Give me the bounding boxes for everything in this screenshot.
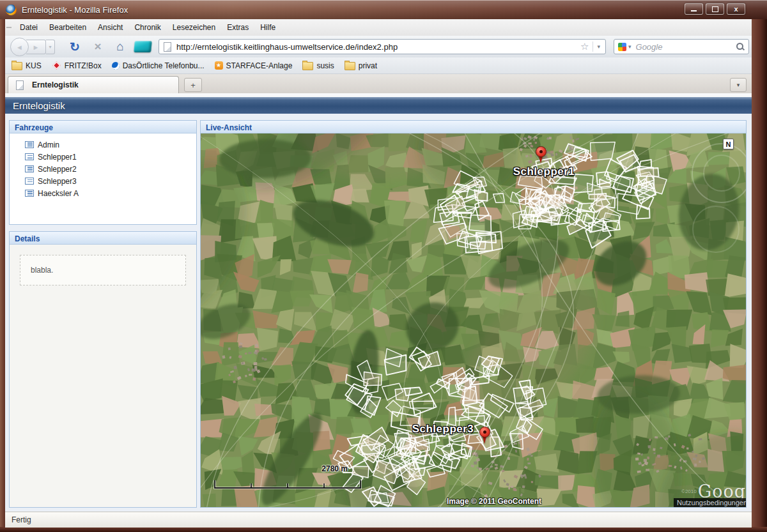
dasoertliche-icon [111,61,120,70]
star-icon: ★ [216,63,221,68]
folder-icon [302,62,313,70]
vehicle-item-schlepper2[interactable]: Schlepper2 [25,163,196,175]
menu-chronik[interactable]: Chronik [128,20,166,34]
forward-button[interactable]: ► [26,40,46,54]
bookmark-dasoertliche[interactable]: DasÖrtliche Telefonbu... [112,61,205,70]
menu-hilfe[interactable]: Hilfe [254,20,281,34]
search-engine-dropdown[interactable]: ▾ [626,43,635,50]
chevron-down-icon: ▾ [49,44,51,50]
stop-button[interactable]: × [89,40,106,54]
pin-dot [539,150,543,153]
compass-north-button[interactable]: N [723,139,734,149]
marker-label-schlepper3: Schlepper3 [412,423,474,436]
tab-erntelogistik[interactable]: Erntelogistik [8,76,179,93]
vehicle-list: Admin Schlepper1 Schlepper2 Schlepper3 H… [10,133,196,199]
folder-icon [12,62,22,70]
back-button[interactable]: ◄ [10,38,29,56]
bookmark-label: DasÖrtliche Telefonbu... [123,61,205,70]
list-all-tabs-button[interactable]: ▾ [730,78,747,92]
map-pin-schlepper1[interactable] [535,146,546,164]
vehicle-item-schlepper3[interactable]: Schlepper3 [25,175,196,187]
map-panel-title: Live-Ansicht [201,121,746,133]
fritzbox-icon [52,61,61,70]
chevron-down-icon: ▾ [737,82,740,88]
tab-label: Erntelogistik [32,80,79,89]
vehicle-label: Schlepper1 [38,153,77,162]
bookmark-label: FRITZ!Box [65,61,102,70]
close-icon: x [734,6,738,12]
menu-extras[interactable]: Extras [221,20,254,34]
vehicle-icon [25,190,34,197]
bookmark-privat[interactable]: privat [345,61,377,70]
tab-favicon [16,80,24,90]
history-dropdown-button[interactable]: ▾ [46,40,55,54]
google-icon[interactable] [618,43,626,51]
firefox-icon [6,4,17,15]
window-title: Erntelogistik - Mozilla Firefox [22,5,128,15]
search-input[interactable] [635,42,736,52]
menu-grip [6,27,12,28]
new-tab-button[interactable]: + [184,78,202,92]
menu-bearbeiten[interactable]: Bearbeiten [43,20,92,34]
location-bar[interactable]: ☆ ▾ [159,39,606,54]
satellite-imagery[interactable] [201,133,746,507]
back-icon: ◄ [16,43,23,51]
extension-button[interactable] [134,41,152,52]
bookmark-fritzbox[interactable]: FRITZ!Box [52,61,102,70]
page-title: Erntelogistik [13,100,65,111]
maximize-button[interactable] [706,3,724,15]
plus-icon: + [190,80,196,90]
terms-link[interactable]: Nutzungsbedingungen [674,498,746,507]
menu-bar: Datei Bearbeiten Ansicht Chronik Lesezei… [5,19,752,36]
stop-icon: × [94,40,101,54]
close-button[interactable]: x [727,3,745,15]
map-scale: 2780 m [213,464,362,491]
divider [593,42,593,52]
google-copyright: ©2010 [681,489,697,494]
vehicle-label: Haecksler A [38,189,79,198]
map-pin-schlepper3[interactable] [479,427,490,445]
home-button[interactable]: ⌂ [112,40,128,54]
vehicle-icon [25,153,34,160]
minimize-button[interactable] [685,3,703,15]
scale-bar [213,478,362,490]
vehicle-icon [25,141,34,148]
map-attribution: Image © 2011 GeoContent [424,497,564,506]
pin-dot [483,430,486,434]
satellite-map[interactable]: Schlepper1 Schlepper3 N 2780 m [201,133,746,507]
window-titlebar[interactable]: Erntelogistik - Mozilla Firefox x [0,0,767,19]
bookmark-kus[interactable]: KUS [12,61,42,70]
bookmark-label: STARFACE-Anlage [226,61,293,70]
bookmark-label: susis [316,61,334,70]
page-body: Fahrzeuge Admin Schlepper1 Schlepper2 Sc… [5,114,752,512]
vehicle-item-admin[interactable]: Admin [25,139,196,151]
menu-datei[interactable]: Datei [14,20,43,34]
page-header: Erntelogistik [5,97,752,114]
search-icon[interactable] [736,42,745,51]
vehicle-item-haecksler-a[interactable]: Haecksler A [25,187,196,199]
vehicle-item-schlepper1[interactable]: Schlepper1 [25,151,196,163]
bookmark-starface[interactable]: ★ STARFACE-Anlage [215,61,293,70]
status-text: Fertig [12,515,31,524]
url-dropdown-button[interactable]: ▾ [594,43,603,50]
bookmark-star-icon[interactable]: ☆ [580,41,589,52]
menu-ansicht[interactable]: Ansicht [92,20,128,34]
menu-lesezeichen[interactable]: Lesezeichen [167,20,221,34]
status-bar: Fertig [5,512,752,528]
window-border-bottom [0,527,767,532]
url-input[interactable] [175,42,578,52]
bookmark-label: privat [359,61,377,70]
vehicles-panel-title: Fahrzeuge [10,121,196,133]
vehicles-panel: Fahrzeuge Admin Schlepper1 Schlepper2 Sc… [9,120,197,225]
tab-strip: Erntelogistik + ▾ [5,74,752,93]
navigation-toolbar: ◄ ► ▾ ↻ × ⌂ ☆ ▾ ▾ [5,36,752,58]
home-icon: ⌂ [116,40,123,54]
details-panel: Details blabla. [9,231,197,508]
window-border-left [0,19,5,527]
search-bar[interactable]: ▾ [614,39,749,54]
map-panel: Live-Ansicht Schlepper1 Schlepper3 N [200,120,747,508]
page-favicon [164,42,171,52]
bookmark-susis[interactable]: susis [302,61,334,70]
reload-button[interactable]: ↻ [66,40,83,54]
window-border-right [752,19,767,527]
